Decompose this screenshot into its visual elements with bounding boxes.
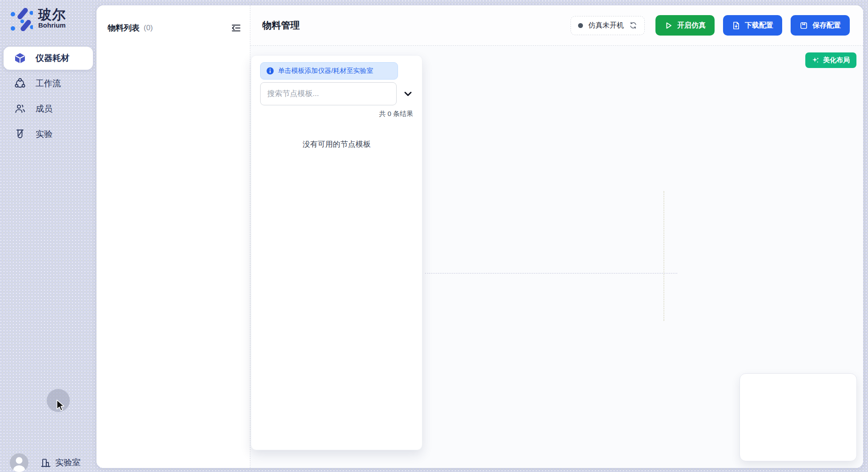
main-area: 物料管理 仿真未开机 开启仿真	[250, 5, 863, 468]
avatar[interactable]	[10, 453, 28, 472]
simulation-status-text: 仿真未开机	[588, 21, 624, 30]
building-icon	[40, 457, 51, 468]
content-card: 物料列表 (0) 物料管理 仿真未开机	[96, 5, 863, 468]
info-banner: 单击模板添加仪器/耗材至实验室	[260, 62, 398, 80]
download-config-button[interactable]: 下载配置	[723, 15, 782, 36]
play-icon	[664, 21, 673, 30]
chevron-down-icon[interactable]	[403, 89, 413, 99]
flow-canvas[interactable]: 美化布局 单击模板添加仪器/耗材至实验室	[250, 46, 863, 468]
sparkles-icon	[812, 56, 820, 64]
sidebar-item-experiments[interactable]: 实验	[4, 123, 93, 146]
status-dot-icon	[578, 23, 583, 28]
sidebar-item-label: 仪器耗材	[36, 52, 69, 64]
brand-name: 玻尔	[38, 8, 66, 22]
mouse-cursor	[56, 400, 68, 413]
sidebar-item-instruments[interactable]: 仪器耗材	[4, 47, 93, 70]
node-template-panel: 单击模板添加仪器/耗材至实验室 共 0 条结果 没有可用的节点模板	[251, 55, 422, 450]
empty-templates-text: 没有可用的节点模板	[251, 139, 422, 149]
sidebar: 玻尔 Bohrium 仪器耗材 工作流	[0, 0, 96, 472]
sidebar-item-members[interactable]: 成员	[4, 97, 93, 120]
brand-subtitle: Bohrium	[38, 21, 66, 29]
canvas-guide-line-vertical	[663, 191, 664, 321]
bohrium-logo-icon	[7, 5, 33, 31]
experiment-icon	[14, 128, 26, 140]
lab-switcher[interactable]: 实验室	[40, 457, 80, 468]
sidebar-item-label: 成员	[36, 103, 52, 115]
result-count: 共 0 条结果	[379, 110, 413, 118]
refresh-icon[interactable]	[629, 21, 637, 29]
sidebar-item-label: 实验	[36, 128, 52, 140]
material-list-count: (0)	[144, 24, 153, 32]
simulation-status-chip: 仿真未开机	[571, 16, 645, 35]
save-config-button[interactable]: 保存配置	[791, 15, 850, 36]
cube-icon	[14, 52, 26, 64]
info-icon	[266, 67, 274, 75]
workflow-icon	[14, 78, 26, 89]
avatar-person-icon	[10, 453, 28, 472]
start-simulation-button[interactable]: 开启仿真	[655, 15, 715, 36]
lab-label: 实验室	[55, 457, 80, 468]
info-banner-text: 单击模板添加仪器/耗材至实验室	[278, 67, 373, 75]
brand-logo: 玻尔 Bohrium	[7, 5, 66, 31]
main-header: 物料管理 仿真未开机 开启仿真	[250, 5, 863, 46]
beautify-layout-button[interactable]: 美化布局	[805, 52, 856, 68]
sidebar-item-workflow[interactable]: 工作流	[4, 72, 93, 95]
sidebar-item-label: 工作流	[36, 78, 61, 89]
canvas-guide-line-horizontal	[425, 273, 677, 274]
collapse-panel-icon[interactable]	[230, 22, 242, 34]
page-title: 物料管理	[262, 19, 300, 32]
members-icon	[14, 103, 26, 115]
minimap[interactable]	[739, 373, 857, 461]
download-file-icon	[732, 21, 740, 30]
search-input[interactable]	[260, 82, 397, 105]
material-list-panel: 物料列表 (0)	[96, 5, 250, 468]
material-list-title: 物料列表	[108, 23, 140, 33]
save-icon	[800, 21, 808, 30]
sidebar-nav: 仪器耗材 工作流 成员	[0, 47, 96, 148]
